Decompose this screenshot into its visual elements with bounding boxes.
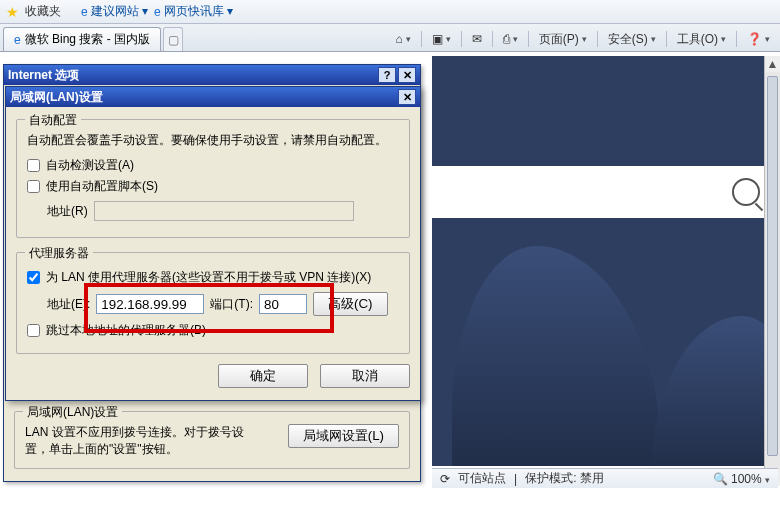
cancel-button[interactable]: 取消	[320, 364, 410, 388]
checkbox-input[interactable]	[27, 324, 40, 337]
status-prefix-icon: ⟳	[440, 472, 450, 486]
status-protected-mode: 保护模式: 禁用	[525, 470, 604, 487]
print-icon: ⎙	[503, 32, 510, 46]
rss-icon: ▣	[432, 32, 443, 46]
auto-script-checkbox[interactable]: 使用自动配置脚本(S)	[27, 178, 399, 195]
page-content	[432, 56, 778, 466]
proxy-address-input[interactable]	[96, 294, 204, 314]
dialog-title: Internet 选项	[8, 67, 79, 84]
zoom-control[interactable]: 🔍100% ▾	[713, 472, 770, 486]
scroll-up-arrow[interactable]: ▲	[765, 56, 780, 72]
favorites-link-webslice[interactable]: e 网页快讯库 ▾	[154, 3, 233, 20]
group-legend: 代理服务器	[25, 245, 93, 262]
lan-settings-button[interactable]: 局域网设置(L)	[288, 424, 399, 448]
background-image	[652, 316, 778, 466]
lan-settings-group: 局域网(LAN)设置 LAN 设置不应用到拨号连接。对于拨号设 置，单击上面的"…	[14, 411, 410, 469]
scroll-thumb[interactable]	[767, 76, 778, 456]
auto-detect-checkbox[interactable]: 自动检测设置(A)	[27, 157, 399, 174]
favorites-star-icon[interactable]: ★	[6, 4, 19, 20]
home-icon: ⌂	[395, 32, 402, 46]
safety-menu[interactable]: 安全(S)▾	[602, 28, 662, 51]
status-bar: ⟳ 可信站点 | 保护模式: 禁用 🔍100% ▾	[432, 468, 778, 488]
proxy-port-input[interactable]	[259, 294, 307, 314]
dialog-titlebar[interactable]: Internet 选项 ? ✕	[4, 65, 420, 85]
favorites-link-label: 网页快讯库 ▾	[164, 3, 233, 20]
bypass-local-checkbox[interactable]: 跳过本地地址的代理服务器(B)	[27, 322, 399, 339]
print-button[interactable]: ⎙▾	[497, 29, 524, 49]
advanced-button[interactable]: 高级(C)	[313, 292, 388, 316]
auto-config-desc: 自动配置会覆盖手动设置。要确保使用手动设置，请禁用自动配置。	[27, 132, 399, 149]
mail-icon: ✉	[472, 32, 482, 46]
ie-icon: e	[14, 33, 21, 47]
favorites-bar: ★ 收藏夹 e 建议网站 ▾ e 网页快讯库 ▾	[0, 0, 780, 24]
new-tab-button[interactable]: ▢	[163, 27, 183, 51]
command-bar: ⌂▾ ▣▾ ✉ ⎙▾ 页面(P)▾ 安全(S)▾ 工具(O)▾ ❓▾	[389, 26, 776, 52]
proxy-server-group: 代理服务器 为 LAN 使用代理服务器(这些设置不用于拨号或 VPN 连接)(X…	[16, 252, 410, 354]
dialog-titlebar[interactable]: 局域网(LAN)设置 ✕	[6, 87, 420, 107]
help-button[interactable]: ?	[378, 67, 396, 83]
status-trusted-sites[interactable]: 可信站点	[458, 470, 506, 487]
lan-desc-line1: LAN 设置不应用到拨号连接。对于拨号设	[25, 424, 274, 441]
script-address-input	[94, 201, 354, 221]
checkbox-input[interactable]	[27, 271, 40, 284]
dialog-title: 局域网(LAN)设置	[10, 89, 103, 106]
proxy-port-label: 端口(T):	[210, 296, 253, 313]
checkbox-input[interactable]	[27, 159, 40, 172]
auto-config-group: 自动配置 自动配置会覆盖手动设置。要确保使用手动设置，请禁用自动配置。 自动检测…	[16, 119, 410, 238]
favorites-label[interactable]: 收藏夹	[25, 3, 61, 20]
bing-search-bar[interactable]	[432, 166, 778, 218]
lan-desc-line2: 置，单击上面的"设置"按钮。	[25, 441, 274, 458]
favorites-link-suggested[interactable]: e 建议网站 ▾	[81, 3, 148, 20]
use-proxy-checkbox[interactable]: 为 LAN 使用代理服务器(这些设置不用于拨号或 VPN 连接)(X)	[27, 269, 399, 286]
script-address-label: 地址(R)	[47, 203, 88, 220]
tools-menu[interactable]: 工具(O)▾	[671, 28, 732, 51]
mail-button[interactable]: ✉	[466, 29, 488, 49]
ok-button[interactable]: 确定	[218, 364, 308, 388]
ie-icon: e	[154, 5, 161, 19]
help-button[interactable]: ❓▾	[741, 29, 776, 49]
checkbox-input[interactable]	[27, 180, 40, 193]
tab-title: 微软 Bing 搜索 - 国内版	[25, 31, 150, 48]
vertical-scrollbar[interactable]: ▲ ▼	[764, 56, 780, 486]
home-button[interactable]: ⌂▾	[389, 29, 416, 49]
group-legend: 局域网(LAN)设置	[23, 404, 122, 421]
search-icon[interactable]	[732, 178, 760, 206]
ie-icon: e	[81, 5, 88, 19]
help-icon: ❓	[747, 32, 762, 46]
close-button[interactable]: ✕	[398, 89, 416, 105]
background-image	[452, 246, 662, 466]
browser-tab[interactable]: e 微软 Bing 搜索 - 国内版	[3, 27, 161, 51]
close-button[interactable]: ✕	[398, 67, 416, 83]
rss-button[interactable]: ▣▾	[426, 29, 457, 49]
group-legend: 自动配置	[25, 112, 81, 129]
lan-settings-dialog: 局域网(LAN)设置 ✕ 自动配置 自动配置会覆盖手动设置。要确保使用手动设置，…	[5, 86, 421, 401]
favorites-link-label: 建议网站 ▾	[91, 3, 148, 20]
page-menu[interactable]: 页面(P)▾	[533, 28, 593, 51]
proxy-address-label: 地址(E):	[47, 296, 90, 313]
